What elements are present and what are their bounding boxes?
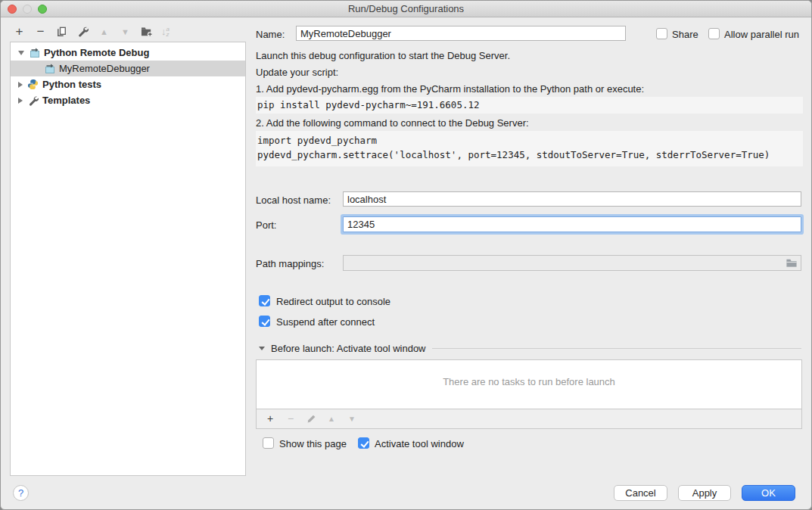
sort-alphabetically-icon: ↓ az [161, 26, 170, 37]
tree-item-label: MyRemoteDebugger [59, 63, 150, 74]
new-folder-icon[interactable] [140, 25, 153, 38]
tree-item-label: Python tests [42, 79, 101, 90]
apply-button[interactable]: Apply [678, 485, 731, 501]
remote-debug-config-icon [29, 47, 40, 58]
move-up-icon: ▲ [98, 25, 110, 38]
before-launch-task-list: There are no tasks to run before launch [256, 359, 802, 409]
tree-item-label: Templates [42, 95, 90, 106]
move-down-icon: ▼ [119, 25, 132, 38]
add-task-icon[interactable]: + [265, 414, 275, 424]
edit-templates-icon[interactable] [76, 25, 89, 38]
run-debug-configurations-dialog: Run/Debug Configurations + − ▲ ▼ ↓ az Py… [0, 0, 812, 510]
name-label: Name: [256, 29, 285, 40]
cancel-button[interactable]: Cancel [614, 485, 667, 501]
show-this-page-label: Show this page [279, 438, 347, 449]
collapse-section-icon[interactable] [259, 347, 265, 350]
tree-item-templates[interactable]: Templates [11, 92, 245, 108]
path-mappings-label: Path mappings: [256, 258, 324, 269]
python-icon [27, 79, 39, 90]
remove-task-icon: − [285, 414, 296, 424]
share-checkbox[interactable] [656, 28, 667, 39]
show-this-page-checkbox[interactable] [263, 437, 274, 449]
suspend-after-connect-label: Suspend after connect [276, 316, 375, 328]
code-line: pydevd_pycharm.settrace('localhost', por… [257, 148, 803, 162]
add-configuration-icon[interactable]: + [13, 25, 26, 38]
remote-debug-config-icon [44, 63, 55, 74]
before-launch-label: Before launch: Activate tool window [271, 343, 426, 354]
help-button[interactable]: ? [13, 485, 29, 501]
before-launch-header[interactable]: Before launch: Activate tool window [259, 343, 801, 354]
port-label: Port: [256, 219, 276, 231]
ok-button[interactable]: OK [742, 485, 795, 501]
allow-parallel-run-label: Allow parallel run [724, 29, 799, 40]
tree-item-myremotedebugger[interactable]: MyRemoteDebugger [11, 61, 245, 76]
activate-tool-window-label: Activate tool window [375, 438, 464, 449]
edit-task-icon [306, 414, 316, 424]
name-input[interactable] [296, 26, 626, 41]
port-input[interactable] [343, 216, 801, 232]
local-host-label: Local host name: [256, 194, 331, 206]
no-tasks-message: There are no tasks to run before launch [257, 376, 801, 387]
move-task-down-icon: ▼ [347, 414, 357, 424]
path-mappings-field[interactable] [343, 255, 801, 271]
activate-tool-window-checkbox[interactable] [358, 437, 369, 449]
copy-configuration-icon[interactable] [55, 25, 68, 38]
local-host-input[interactable] [343, 191, 801, 207]
tree-item-python-tests[interactable]: Python tests [11, 76, 245, 92]
step1-text: 1. Add pydevd-pycharm.egg from the PyCha… [256, 83, 644, 95]
redirect-output-label: Redirect output to console [276, 296, 390, 307]
task-list-toolbar: + − ▲ ▼ [256, 409, 802, 429]
pip-command-code: pip install pydevd-pycharm~=191.6605.12 [256, 97, 803, 114]
share-label: Share [672, 29, 698, 40]
expanded-arrow-icon[interactable] [18, 51, 24, 55]
settrace-code: import pydevd_pycharm pydevd_pycharm.set… [256, 131, 803, 166]
window-title: Run/Debug Configurations [1, 3, 811, 14]
wrench-icon [27, 95, 39, 106]
suspend-after-connect-checkbox[interactable] [259, 316, 270, 327]
allow-parallel-run-checkbox[interactable] [708, 28, 720, 39]
move-task-up-icon: ▲ [326, 414, 337, 424]
update-script-text: Update your script: [256, 67, 338, 78]
configurations-tree: Python Remote Debug MyRemoteDebugger Pyt… [10, 42, 246, 476]
remove-configuration-icon[interactable]: − [34, 25, 47, 38]
step2-text: 2. Add the following command to connect … [256, 117, 529, 129]
collapsed-arrow-icon[interactable] [18, 82, 23, 88]
collapsed-arrow-icon[interactable] [18, 98, 23, 104]
redirect-output-checkbox[interactable] [259, 295, 270, 306]
section-divider [432, 348, 801, 349]
code-line: import pydevd_pycharm [257, 133, 803, 148]
browse-folder-icon[interactable] [786, 257, 798, 271]
title-bar: Run/Debug Configurations [1, 1, 811, 17]
configurations-toolbar: + − ▲ ▼ ↓ az [13, 25, 170, 38]
tree-item-python-remote-debug[interactable]: Python Remote Debug [11, 45, 245, 61]
tree-item-label: Python Remote Debug [44, 47, 149, 58]
description-text: Launch this debug configuration to start… [256, 50, 510, 61]
